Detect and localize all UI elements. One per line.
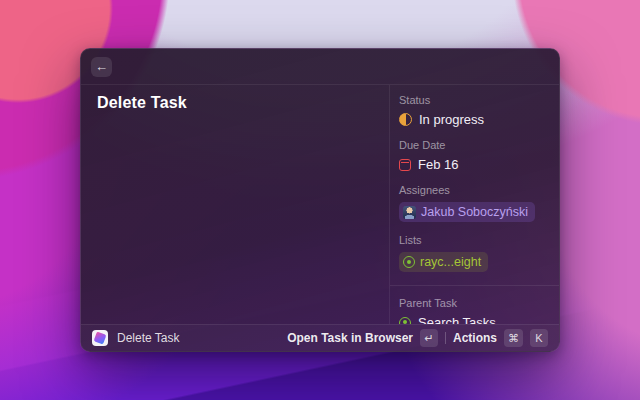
command-name: Delete Task	[117, 331, 179, 345]
task-detail-pane: Delete Task	[81, 85, 389, 324]
due-date-label: Due Date	[399, 139, 549, 151]
list-icon	[403, 256, 415, 268]
in-progress-status-icon	[399, 113, 412, 126]
window-header: ←	[81, 49, 559, 85]
back-button[interactable]: ←	[91, 57, 112, 77]
open-task-label: Open Task in Browser	[287, 331, 413, 345]
raycast-window: ← Delete Task Status In progress Due Dat…	[80, 48, 560, 352]
desktop: { "window": { "back_icon": "←" }, "main"…	[0, 0, 640, 400]
open-task-in-browser-button[interactable]: Open Task in Browser ↵	[287, 329, 438, 347]
status-value: In progress	[419, 112, 484, 127]
parent-task-value: Search Tasks	[418, 315, 496, 324]
due-date-group: Due Date Feb 16	[399, 139, 549, 172]
assignees-label: Assignees	[399, 184, 549, 196]
assignee-avatar	[403, 206, 416, 219]
actions-label: Actions	[453, 331, 497, 345]
due-date-value-row: Feb 16	[399, 157, 549, 172]
calendar-icon	[399, 159, 411, 171]
metadata-sidebar: Status In progress Due Date Feb 16 Assig…	[389, 85, 559, 324]
height-app-icon	[92, 330, 108, 346]
list-name: rayc...eight	[420, 255, 481, 269]
status-value-row: In progress	[399, 112, 549, 127]
status-group: Status In progress	[399, 94, 549, 127]
assignees-group: Assignees Jakub Soboczyński	[399, 184, 549, 222]
k-keycap: K	[530, 329, 548, 347]
parent-task-list-icon	[399, 317, 411, 325]
lists-label: Lists	[399, 234, 549, 246]
parent-task-label: Parent Task	[399, 297, 549, 309]
assignee-name: Jakub Soboczyński	[421, 205, 528, 219]
due-date-value: Feb 16	[418, 157, 458, 172]
cmd-keycap: ⌘	[504, 329, 523, 347]
list-tag: rayc...eight	[399, 252, 488, 272]
actions-menu-button[interactable]: Actions ⌘ K	[453, 329, 548, 347]
footer-divider	[445, 332, 446, 344]
return-keycap: ↵	[420, 329, 438, 347]
lists-group: Lists rayc...eight	[399, 234, 549, 272]
page-title: Delete Task	[97, 94, 373, 112]
parent-task-value-row: Search Tasks	[399, 315, 549, 324]
status-label: Status	[399, 94, 549, 106]
window-body: Delete Task Status In progress Due Date …	[81, 85, 559, 324]
back-arrow-icon: ←	[95, 60, 108, 73]
parent-task-group: Parent Task Search Tasks	[399, 297, 549, 324]
footer-actions: Open Task in Browser ↵ Actions ⌘ K	[287, 329, 548, 347]
action-bar: Delete Task Open Task in Browser ↵ Actio…	[81, 324, 559, 351]
assignee-tag: Jakub Soboczyński	[399, 202, 535, 222]
sidebar-divider	[390, 285, 559, 286]
